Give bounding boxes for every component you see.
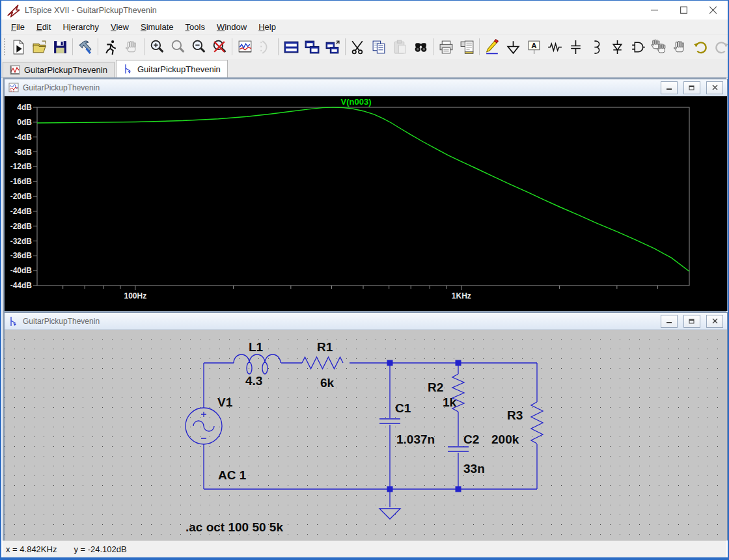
schematic-restore-button[interactable] [683, 315, 700, 328]
x-axis-label: 100Hz [124, 291, 146, 300]
y-axis-label: -28dB [10, 222, 33, 231]
label-R1[interactable]: R1 [317, 340, 333, 354]
inductor-L1[interactable] [234, 354, 281, 374]
copy-icon[interactable] [368, 36, 389, 57]
menu-simulate[interactable]: Simulate [135, 21, 180, 33]
tab-label: GuitarPickupThevenin [24, 65, 107, 75]
resistor-R3[interactable] [531, 402, 543, 444]
value-R3[interactable]: 200k [491, 433, 519, 446]
diode-icon[interactable] [607, 36, 627, 57]
toolbar-separator [98, 38, 98, 55]
menu-edit[interactable]: Edit [31, 21, 57, 33]
plot-frame [37, 107, 689, 286]
print-icon[interactable] [435, 36, 456, 57]
label-R2[interactable]: R2 [428, 380, 443, 394]
spice-netlist-icon[interactable] [255, 36, 276, 57]
spice-directive[interactable]: .ac oct 100 50 5k [186, 520, 283, 534]
menu-bar: FileEditHierarchyViewSimulateToolsWindow… [1, 20, 728, 34]
move-icon[interactable] [648, 36, 669, 57]
label-R3[interactable]: R3 [507, 408, 523, 422]
close-button[interactable] [698, 1, 728, 20]
schematic-window-title: GuitarPickupThevenin [23, 317, 655, 326]
tile-vertical-icon[interactable] [301, 36, 322, 57]
y-axis-label: -4dB [14, 133, 32, 142]
zoom-out-icon[interactable] [188, 36, 209, 57]
schematic-close-button[interactable] [706, 315, 723, 328]
tile-horizontal-icon[interactable] [281, 36, 301, 57]
value-R1[interactable]: 6k [320, 376, 335, 390]
plot-settings-icon[interactable] [234, 36, 255, 57]
schematic-canvas[interactable]: L1 4.3 R1 6k V1 AC 1 C1 1.037n R2 1k C2 … [5, 330, 727, 540]
drag-icon[interactable] [669, 36, 690, 57]
waveform-close-button[interactable] [706, 81, 723, 94]
menu-view[interactable]: View [105, 21, 135, 33]
status-y-readout: y = -24.102dB [74, 544, 126, 554]
waveform-plot-canvas[interactable]: 4dB0dB-4dB-8dB-12dB-16dB-20dB-24dB-28dB-… [5, 96, 727, 311]
label-V1[interactable]: V1 [217, 395, 233, 409]
menu-window[interactable]: Window [211, 21, 253, 33]
toolbar-separator [479, 38, 480, 55]
capacitor-icon[interactable] [565, 36, 586, 57]
save-icon[interactable] [49, 36, 70, 57]
y-axis-label: -36dB [10, 251, 33, 260]
value-R2[interactable]: 1k [443, 395, 457, 409]
y-axis-label: -8dB [14, 148, 32, 157]
resistor-icon[interactable] [544, 36, 565, 57]
label-C2[interactable]: C2 [463, 433, 479, 446]
capacitor-C1[interactable] [379, 419, 400, 423]
halt-icon[interactable] [121, 36, 142, 57]
capacitor-C2[interactable] [448, 447, 469, 451]
status-x-readout: x = 4.842KHz [6, 544, 57, 554]
toolbar: AE [1, 34, 728, 59]
redo-icon[interactable] [711, 36, 728, 57]
tab-1[interactable]: GuitarPickupThevenin [3, 62, 115, 77]
maximize-button[interactable] [669, 1, 698, 20]
value-V1[interactable]: AC 1 [218, 468, 247, 482]
zoom-fit-icon[interactable] [209, 36, 230, 57]
label-C1[interactable]: C1 [395, 401, 411, 415]
waveform-restore-button[interactable] [683, 81, 700, 94]
print-preview-icon[interactable] [456, 36, 477, 57]
find-icon[interactable] [410, 36, 431, 57]
component-icon[interactable] [627, 36, 648, 57]
y-axis-label: -20dB [10, 192, 33, 201]
undo-icon[interactable] [690, 36, 711, 57]
cascade-icon[interactable] [322, 36, 343, 57]
schematic-minimize-button[interactable] [661, 315, 678, 328]
value-C1[interactable]: 1.037n [396, 433, 435, 446]
menu-tools[interactable]: Tools [180, 21, 211, 33]
schematic-window-icon [8, 316, 19, 327]
label-net-icon[interactable]: A [523, 36, 544, 57]
menu-file[interactable]: File [5, 21, 31, 33]
wire-icon[interactable] [482, 36, 502, 57]
schematic-tab-icon [123, 64, 133, 74]
run-icon[interactable] [100, 36, 121, 57]
resistor-R1[interactable] [302, 357, 343, 369]
voltage-source-V1[interactable] [186, 408, 222, 444]
menu-hierarchy[interactable]: Hierarchy [57, 21, 105, 33]
inductor-icon[interactable] [586, 36, 607, 57]
zoom-back-icon[interactable] [167, 36, 188, 57]
paste-icon[interactable] [389, 36, 410, 57]
label-L1[interactable]: L1 [249, 340, 264, 354]
ground-symbol[interactable] [379, 509, 400, 519]
waveform-window-titlebar[interactable]: GuitarPickupThevenin [5, 79, 727, 96]
toolbar-separator [232, 38, 232, 55]
x-axis-label: 1KHz [452, 291, 471, 300]
minimize-button[interactable] [640, 1, 669, 20]
new-schematic-icon[interactable] [8, 36, 29, 57]
zoom-in-icon[interactable] [146, 36, 167, 57]
toolbar-separator [345, 38, 346, 55]
value-C2[interactable]: 33n [463, 462, 485, 475]
schematic-window-titlebar[interactable]: GuitarPickupThevenin [5, 313, 727, 330]
menu-help[interactable]: Help [253, 21, 282, 33]
y-axis-label: -24dB [10, 207, 33, 216]
control-panel-icon[interactable] [75, 36, 96, 57]
open-icon[interactable] [29, 36, 49, 57]
tab-2-active[interactable]: GuitarPickupThevenin [116, 60, 228, 77]
toolbar-grip[interactable] [4, 38, 5, 55]
waveform-minimize-button[interactable] [661, 81, 678, 94]
value-L1[interactable]: 4.3 [245, 374, 262, 388]
cut-icon[interactable] [348, 36, 368, 57]
ground-icon[interactable] [502, 36, 523, 57]
